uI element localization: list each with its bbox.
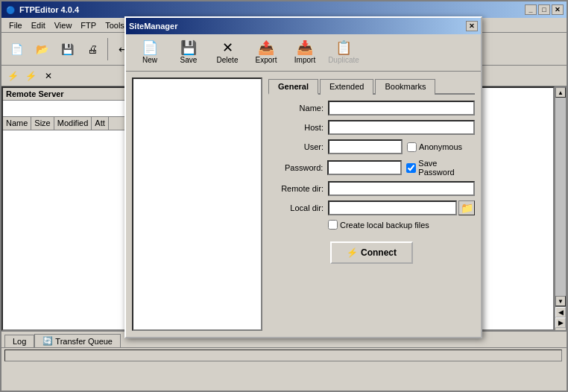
create-backup-label[interactable]: Create local backup files xyxy=(328,220,429,230)
sm-content: General Extended Bookmarks Name: xyxy=(126,72,481,337)
create-backup-checkbox[interactable] xyxy=(328,220,338,230)
sm-title-bar: SiteManager ✕ xyxy=(126,18,481,34)
form-name-row: Name: xyxy=(268,101,475,116)
sm-import-label: Import xyxy=(294,56,315,64)
sm-form-area: General Extended Bookmarks Name: xyxy=(268,78,475,331)
sm-title: SiteManager xyxy=(129,22,177,31)
connect-icon: ⚡ xyxy=(347,247,358,258)
sm-duplicate-label: Duplicate xyxy=(328,56,359,64)
sm-export-label: Export xyxy=(256,56,277,64)
anonymous-checkbox-label[interactable]: Anonymous xyxy=(407,142,462,152)
host-label: Host: xyxy=(268,123,328,132)
create-backup-text: Create local backup files xyxy=(340,221,429,230)
sm-save-label: Save xyxy=(180,56,198,64)
password-input[interactable] xyxy=(327,160,402,175)
form-user-row: User: Anonymous xyxy=(268,139,475,154)
site-manager-dialog: SiteManager ✕ 📄 New 💾 Save ✕ Delete xyxy=(124,16,482,338)
sm-export-icon: 📤 xyxy=(258,41,274,54)
tab-bookmarks[interactable]: Bookmarks xyxy=(375,79,435,95)
local-dir-input[interactable] xyxy=(328,200,457,215)
sm-save-icon: 💾 xyxy=(180,41,197,54)
local-dir-label: Local dir: xyxy=(268,203,328,212)
tab-extended[interactable]: Extended xyxy=(320,79,373,95)
remote-dir-input[interactable] xyxy=(328,181,475,196)
sm-delete-label: Delete xyxy=(217,56,239,64)
sm-new-label: New xyxy=(142,56,157,64)
browse-icon: 📁 xyxy=(461,202,473,214)
sm-toolbar: 📄 New 💾 Save ✕ Delete 📤 Export 📥 I xyxy=(126,34,481,72)
remote-dir-label: Remote dir: xyxy=(268,184,328,193)
anonymous-label: Anonymous xyxy=(419,142,462,151)
sm-save-button[interactable]: 💾 Save xyxy=(171,37,206,69)
form-host-row: Host: xyxy=(268,120,475,135)
modal-overlay: SiteManager ✕ 📄 New 💾 Save ✕ Delete xyxy=(1,1,567,391)
connect-label: Connect xyxy=(361,247,397,258)
sm-site-list xyxy=(132,78,262,331)
browse-button[interactable]: 📁 xyxy=(458,200,475,215)
sm-duplicate-button[interactable]: 📋 Duplicate xyxy=(326,37,362,69)
name-input[interactable] xyxy=(328,101,475,116)
sm-import-icon: 📥 xyxy=(297,41,313,54)
save-password-checkbox-label[interactable]: Save Password xyxy=(406,159,475,177)
form-remote-dir-row: Remote dir: xyxy=(268,181,475,196)
user-input[interactable] xyxy=(328,139,403,154)
save-password-checkbox[interactable] xyxy=(406,163,416,173)
form-local-dir-row: Local dir: 📁 xyxy=(268,200,475,215)
password-label: Password: xyxy=(268,163,327,172)
sm-import-button[interactable]: 📥 Import xyxy=(287,37,323,69)
sm-delete-button[interactable]: ✕ Delete xyxy=(209,37,245,69)
sm-new-button[interactable]: 📄 New xyxy=(132,37,168,69)
tab-general[interactable]: General xyxy=(268,79,318,95)
sm-duplicate-icon: 📋 xyxy=(335,41,352,54)
sm-export-button[interactable]: 📤 Export xyxy=(248,37,284,69)
sm-tab-bar: General Extended Bookmarks xyxy=(268,78,475,95)
connect-button[interactable]: ⚡ Connect xyxy=(330,241,413,264)
main-window: 🔵 FTPEditor 4.0.4 _ □ ✕ File Edit View F… xyxy=(0,0,568,392)
sm-connect-area: ⚡ Connect xyxy=(268,241,475,270)
form-password-row: Password: Save Password xyxy=(268,159,475,177)
name-label: Name: xyxy=(268,104,328,113)
host-input[interactable] xyxy=(328,120,475,135)
create-backup-row: Create local backup files xyxy=(328,220,475,230)
save-password-label: Save Password xyxy=(418,159,475,177)
anonymous-checkbox[interactable] xyxy=(407,142,417,152)
sm-delete-icon: ✕ xyxy=(222,41,233,54)
sm-close-button[interactable]: ✕ xyxy=(466,21,478,31)
new-page-icon: 📄 xyxy=(142,41,158,54)
user-label: User: xyxy=(268,142,328,151)
